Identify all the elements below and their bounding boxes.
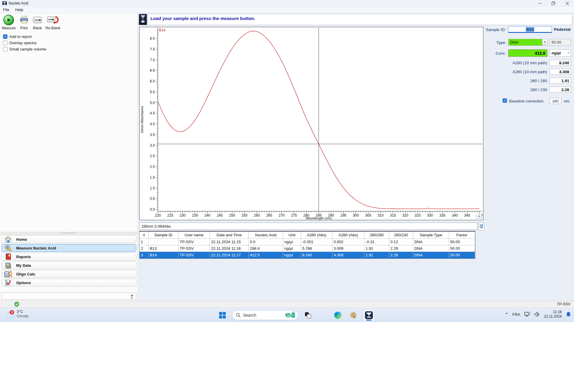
results-panel: Sample ID: B14 Pedestal Type: DNA ▼ 50.0… — [486, 26, 573, 110]
measure-icon — [3, 14, 14, 26]
menu-bar: File Help — [0, 7, 574, 13]
column-header: Sample Type — [413, 232, 449, 239]
re-blank-button[interactable]: Re-Blank — [44, 14, 62, 30]
column-header: Date and Time — [210, 232, 249, 239]
table-cell: 2.29 — [389, 245, 413, 252]
option-small-sample-volume[interactable]: Small sample volume — [3, 47, 46, 51]
svg-text:5.0: 5.0 — [150, 101, 155, 105]
table-cell: 22.11.2024 11:16 — [210, 245, 249, 252]
table-row[interactable]: 3B14TP-SSV22.11.2024 11:17412.0ng/µl8.24… — [140, 252, 475, 258]
chevron-right-icon: »▾ — [131, 293, 133, 300]
paint-app-button[interactable] — [347, 309, 359, 321]
mode-label: Pedestal — [554, 27, 571, 32]
ratio-260-230-label: 260 / 230 — [486, 88, 547, 92]
table-cell: TP-SSV — [178, 245, 210, 252]
edge-browser-button[interactable] — [332, 309, 344, 321]
blank-button[interactable]: Blank — [31, 14, 44, 30]
svg-text:295: 295 — [341, 213, 346, 218]
svg-text:255: 255 — [242, 213, 248, 218]
checkbox[interactable]: ✓ — [3, 34, 7, 39]
start-button[interactable] — [216, 309, 228, 321]
svg-text:6.0: 6.0 — [150, 79, 155, 83]
sidebar-item-reports[interactable]: Reports — [1, 253, 136, 261]
keyboard-language[interactable]: FRA — [512, 312, 520, 317]
clock[interactable]: 11:1822.11.2024 — [544, 310, 562, 319]
splitter-handle[interactable]: •••••••••• — [0, 232, 138, 235]
expand-down-button[interactable] — [479, 223, 484, 230]
svg-text:250: 250 — [229, 213, 235, 218]
factor-value: 50.00 — [552, 40, 561, 45]
home-icon — [4, 236, 12, 243]
double-chevron-down-icon — [480, 224, 483, 229]
svg-text:1.0: 1.0 — [150, 186, 155, 190]
notification-bell-icon[interactable] — [566, 312, 571, 317]
sidebar-item-my-data[interactable]: My Data — [1, 261, 136, 269]
svg-text:0.5: 0.5 — [150, 197, 155, 201]
sidebar-item-label: My Data — [16, 263, 31, 268]
task-view-button[interactable] — [302, 309, 314, 321]
close-button[interactable] — [560, 0, 574, 7]
baseline-wavelength-input[interactable]: 340 — [549, 98, 561, 104]
cursor-readout: 285nm 3.064Abs — [139, 223, 477, 230]
results-table: #Sample IDUser nameDate and TimeNucleic … — [139, 231, 475, 259]
spectrum-plot[interactable]: 0.00.51.01.52.02.53.03.54.04.55.05.56.06… — [140, 27, 483, 220]
measure-button[interactable]: Measure — [1, 14, 16, 30]
checkbox[interactable] — [3, 41, 7, 45]
svg-text:2.5: 2.5 — [150, 154, 155, 158]
table-cell: 2.26 — [389, 252, 413, 258]
column-header: Factor — [449, 232, 475, 239]
svg-text:240: 240 — [204, 213, 210, 218]
print-button[interactable]: Print — [17, 14, 30, 30]
table-cell: 3.009 — [332, 245, 364, 252]
sidebar-item-oligo-calc[interactable]: Oligo Calc — [1, 270, 136, 278]
nav-overflow-bar[interactable]: »▾ — [1, 293, 136, 300]
svg-text:2.0: 2.0 — [150, 165, 155, 169]
svg-text:10mm Absorbance: 10mm Absorbance — [140, 106, 144, 133]
toolbar: MeasurePrintBlankRe-Blank — [0, 14, 138, 32]
sidebar-item-options[interactable]: Options — [1, 279, 136, 287]
unit-select[interactable]: ng/µl ˅ — [549, 49, 571, 57]
svg-text:7.0: 7.0 — [150, 58, 155, 62]
table-cell: 5.768 — [301, 245, 332, 252]
menu-file[interactable]: File — [0, 7, 12, 12]
weather-widget[interactable]: 1 3°CCloudy — [5, 310, 28, 318]
sidebar-item-measure-nucleic-acid[interactable]: Measure Nucleic Acid — [1, 244, 136, 252]
sidebar-item-label: Home — [16, 237, 27, 242]
chart-collapse-button[interactable]: « — [476, 214, 482, 219]
unit-value: ng/µl — [552, 51, 561, 55]
table-cell: 2 — [140, 245, 149, 252]
toolbar-button-label: Blank — [33, 26, 42, 30]
table-row[interactable]: 1TP-SSV22.11.2024 11:150.0ng/µl-0.0010.0… — [140, 239, 475, 245]
baseline-correction-checkbox[interactable]: ✓ — [503, 98, 507, 103]
option-overlay-spectra[interactable]: Overlay spectra — [3, 41, 36, 45]
checkbox[interactable] — [3, 47, 7, 51]
left-panel: MeasurePrintBlankRe-Blank ✓Add to report… — [0, 13, 138, 301]
minimize-button[interactable] — [533, 0, 546, 7]
table-row[interactable]: 2B13TP-SSV22.11.2024 11:16288.4ng/µl5.76… — [140, 245, 475, 252]
toolbar-button-label: Measure — [2, 26, 16, 30]
type-select[interactable]: DNA ▼ — [508, 39, 547, 46]
baseline-correction-label: Baseline correction — [509, 99, 544, 103]
column-header: A260 (Abs) — [301, 232, 332, 239]
restore-button[interactable] — [546, 0, 560, 7]
sidebar-item-home[interactable]: Home — [1, 235, 136, 243]
search-box[interactable]: Search — [232, 310, 298, 320]
svg-text:5.5: 5.5 — [150, 90, 155, 94]
nucleic-acid-app-button[interactable] — [363, 309, 375, 321]
column-header: A280 (Abs) — [332, 232, 364, 239]
volume-icon[interactable] — [535, 312, 540, 317]
type-dropdown-arrow-icon[interactable]: ▼ — [542, 39, 547, 45]
factor-field[interactable]: 50.00 — [549, 39, 571, 46]
menu-help[interactable]: Help — [12, 7, 26, 12]
column-header: User name — [178, 232, 210, 239]
sample-id-input[interactable]: B14 — [508, 26, 552, 33]
table-header-row: #Sample IDUser nameDate and TimeNucleic … — [140, 232, 475, 239]
ratio-260-230-value: 2.26 — [549, 87, 571, 93]
instrument-pedestal-icon — [139, 14, 147, 25]
option-add-to-report[interactable]: ✓Add to report — [3, 34, 32, 39]
tray-chevron-up-icon[interactable]: ⌃ — [505, 312, 508, 317]
network-icon[interactable] — [524, 312, 530, 317]
svg-text:330: 330 — [427, 213, 433, 218]
status-message-bar: Load your sample and press the measure b… — [148, 14, 572, 25]
svg-text:270: 270 — [279, 213, 285, 218]
